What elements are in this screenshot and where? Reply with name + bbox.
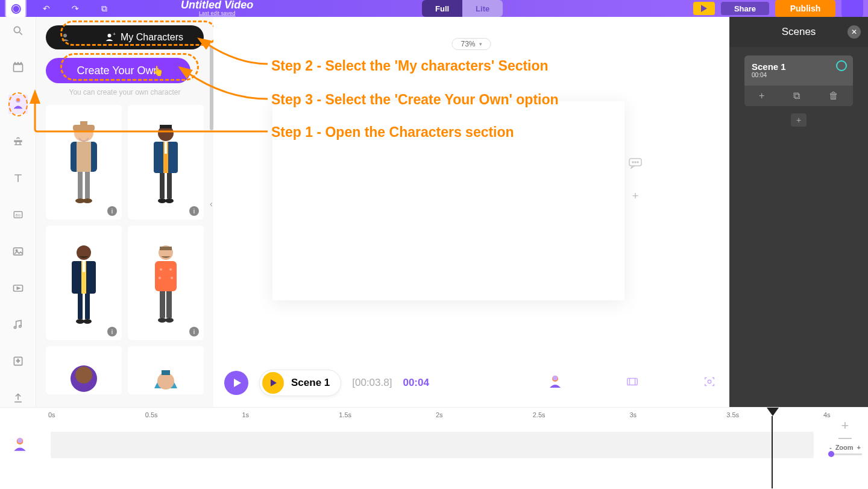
info-icon[interactable]: i	[189, 206, 199, 216]
mode-full-button[interactable]: Full	[422, 0, 462, 17]
scene-name: Scene 1	[752, 62, 846, 72]
svg-point-34	[165, 198, 174, 203]
timeline-zoom-control: + — - Zoom +	[828, 420, 862, 455]
delete-scene-icon[interactable]: 🗑	[829, 90, 838, 101]
tab-all-characters[interactable]	[46, 25, 84, 49]
redo-icon[interactable]: ↷	[66, 0, 84, 17]
project-title-block: Untitled Video Last edit saved	[181, 0, 253, 16]
scenes-header: Scenes ✕	[729, 17, 868, 47]
scene-duration: 00:04	[752, 72, 846, 78]
close-panel-icon[interactable]: ✕	[848, 25, 861, 39]
search-icon[interactable]	[8, 22, 28, 40]
image-icon[interactable]	[8, 242, 28, 261]
text-icon[interactable]	[8, 169, 28, 188]
character-card[interactable]: i	[46, 105, 122, 219]
timeline-character-icon[interactable]	[12, 437, 28, 455]
elapsed-time: [00:03.8]	[352, 377, 392, 389]
svg-rect-44	[160, 247, 172, 250]
svg-rect-27	[160, 125, 172, 128]
characters-icon[interactable]	[8, 95, 28, 114]
left-toolbar: BG +	[0, 17, 36, 407]
timeline-view-icon[interactable]	[623, 375, 641, 391]
svg-point-41	[76, 319, 84, 324]
tab-my-characters[interactable]: + My Characters	[84, 25, 204, 49]
svg-point-69	[17, 438, 23, 443]
svg-point-0	[14, 27, 20, 33]
audio-icon[interactable]	[8, 315, 28, 334]
share-button[interactable]: Share	[721, 2, 769, 15]
svg-rect-30	[165, 142, 167, 154]
svg-rect-39	[78, 294, 83, 319]
zoom-dropdown[interactable]: 73%	[451, 38, 491, 50]
annotation-step2: Step 2 - Select the 'My characters' Sect…	[271, 58, 549, 74]
info-icon[interactable]: i	[107, 327, 117, 336]
create-your-own-button[interactable]: Create Your Own	[46, 58, 190, 83]
svg-point-42	[83, 319, 92, 324]
scene-chip[interactable]: Scene 1	[259, 370, 341, 396]
svg-rect-50	[160, 291, 165, 318]
character-card[interactable]: i	[46, 226, 122, 340]
svg-rect-22	[78, 172, 83, 198]
undo-icon[interactable]: ↶	[37, 0, 55, 17]
svg-point-60	[635, 162, 636, 163]
upload-icon[interactable]	[8, 388, 28, 407]
total-duration: 00:04	[403, 377, 429, 389]
svg-point-55	[75, 367, 92, 383]
svg-point-14	[63, 34, 67, 37]
svg-point-33	[158, 198, 166, 203]
copy-icon[interactable]: ⧉	[95, 0, 113, 17]
zoom-slider[interactable]	[828, 453, 862, 455]
character-tabs: + My Characters	[46, 25, 204, 49]
speech-bubble-icon[interactable]	[629, 158, 642, 172]
timeline-track[interactable]	[51, 432, 814, 458]
character-card[interactable]	[46, 346, 122, 394]
svg-point-61	[637, 162, 638, 163]
zoom-out-icon[interactable]: —	[828, 432, 862, 444]
character-grid: i i	[46, 105, 204, 394]
svg-point-49	[171, 277, 173, 279]
character-card[interactable]: i	[128, 105, 204, 219]
svg-point-67	[708, 380, 711, 383]
play-all-button[interactable]	[224, 371, 248, 395]
mode-lite-button[interactable]: Lite	[462, 0, 503, 17]
user-avatar-icon[interactable]	[841, 0, 863, 18]
special-icon[interactable]: +	[8, 352, 28, 371]
character-card[interactable]: i	[128, 226, 204, 340]
playhead[interactable]	[767, 408, 778, 488]
canvas-area: 73% + Step 2 - Select the 'My characters…	[213, 17, 729, 407]
add-scene-icon[interactable]: +	[759, 90, 764, 101]
add-element-icon[interactable]: +	[632, 190, 639, 203]
play-scene-button[interactable]	[262, 372, 284, 394]
annotation-step1: Step 1 - Open the Characters section	[271, 124, 514, 140]
timeline-ruler[interactable]: 0s 0.5s 1s 1.5s 2s 2.5s 3s 3.5s 4s	[51, 411, 826, 424]
app-logo[interactable]: ◉	[5, 0, 27, 19]
character-track-icon[interactable]	[546, 374, 564, 392]
svg-text:+: +	[16, 358, 20, 364]
svg-point-4	[16, 98, 20, 102]
svg-text:+: +	[113, 32, 116, 37]
camera-frame-icon[interactable]	[700, 375, 719, 391]
create-hint-text: You can create your own character	[46, 88, 204, 96]
editor-mode-toggle[interactable]: Full Lite	[422, 0, 503, 17]
svg-point-52	[158, 318, 166, 323]
info-icon[interactable]: i	[107, 206, 117, 216]
props-icon[interactable]	[8, 132, 28, 151]
svg-point-53	[165, 318, 174, 323]
svg-rect-2	[13, 65, 22, 72]
collapse-panel-icon[interactable]: ‹	[210, 199, 213, 209]
svg-rect-64	[627, 378, 638, 385]
duplicate-scene-icon[interactable]: ⧉	[793, 90, 800, 101]
new-scene-button[interactable]: +	[791, 113, 807, 127]
svg-rect-21	[77, 142, 91, 172]
info-icon[interactable]: i	[189, 327, 199, 336]
background-icon[interactable]: BG	[8, 206, 28, 224]
preview-button[interactable]	[693, 2, 715, 15]
svg-point-63	[553, 376, 558, 380]
character-card[interactable]	[128, 346, 204, 394]
scenes-icon[interactable]	[8, 58, 28, 77]
playback-bar: Scene 1 [00:03.8] 00:04	[213, 365, 729, 401]
publish-button[interactable]: Publish	[775, 0, 835, 17]
video-icon[interactable]	[8, 279, 28, 297]
scene-thumbnail[interactable]: Scene 1 00:04 + ⧉ 🗑	[744, 55, 853, 106]
svg-text:BG: BG	[15, 213, 20, 217]
